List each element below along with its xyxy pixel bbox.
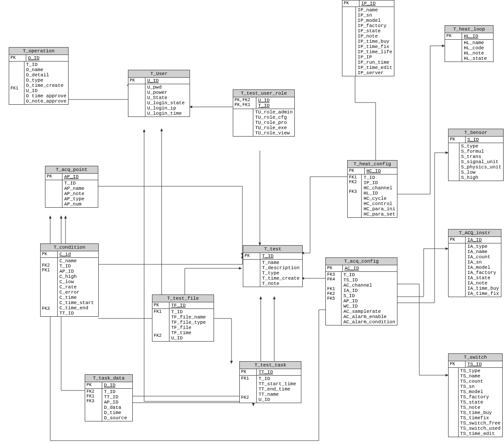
entity-title: T_acq_config: [326, 258, 397, 265]
entity-title: T_Sensor: [449, 129, 503, 137]
entity-t-task-data: T_task_data PKD_ID FK2 FK1 FK3T_ID TT_ID…: [85, 374, 133, 421]
entity-title: T_operation: [9, 48, 68, 55]
entity-t-test: T_test PKT_ID T_name T_description T_typ…: [243, 245, 303, 287]
entity-title: T_test_task: [240, 362, 301, 369]
entity-title: T_heat_loop: [445, 26, 493, 33]
entity-title: T_switch: [449, 354, 502, 361]
entity-t-condition: T_condition PKC_id FK2 FK1 FK3C_name T_I…: [40, 243, 99, 317]
entity-t-test-user-role: T_test_user_role PK,FK2 PK,FK1U_ID T_ID …: [233, 89, 295, 137]
entity-title: T_test_user_role: [233, 90, 294, 97]
entity-t-acq-instr: T_ACQ_instr PKIA_ID IA_type IA_name IA_c…: [448, 229, 501, 297]
entity-title: T_task_data: [85, 375, 132, 382]
entity-title: T_User: [128, 70, 190, 78]
entity-t-acq-config: T_acq_config PKAC_ID FK3 FK4 FK1 FK2 FK5…: [325, 257, 397, 325]
entity-t-test-file: T_test_file PKTF_ID FK1 FK2T_ID TF_file_…: [152, 294, 214, 342]
entity-t-user: T_User PKU_ID U_pwd U_power U_State U_lo…: [128, 70, 190, 117]
entity-title: T_ACQ_instr: [449, 229, 501, 237]
entity-title: T_test_file: [152, 295, 214, 302]
entity-title: T_acq_point: [45, 166, 98, 174]
entity-ip: PKIP_ID IP_name IP_sn IP_model IP_factor…: [342, 0, 394, 76]
entity-title: T_test: [243, 246, 302, 253]
entity-t-test-task: T_test_task PKTT_ID FK1 FK2T_ID TT_start…: [239, 361, 301, 403]
entity-t-sensor: T_Sensor PKS_ID S_type S_formul S_trans …: [448, 129, 504, 181]
entity-t-acq-point: T_acq_point PKAP_ID T_ID AP_name AP_note…: [45, 166, 98, 208]
entity-t-heat-config: T_heat_config PKHC_ID FK1 FK2 FK3T_ID IP…: [347, 160, 397, 218]
entity-title: T_condition: [41, 244, 98, 251]
entity-t-heat-loop: T_heat_loop PKHL_ID HL_name HL_code HL_n…: [445, 25, 494, 62]
entity-t-switch: T_switch PKTS_ID TS_type TS_name TS_coun…: [448, 353, 503, 437]
entity-title: T_heat_config: [348, 161, 397, 168]
entity-t-operation: T_operation PKO_ID FK1T_ID O_name O_deta…: [9, 47, 69, 105]
